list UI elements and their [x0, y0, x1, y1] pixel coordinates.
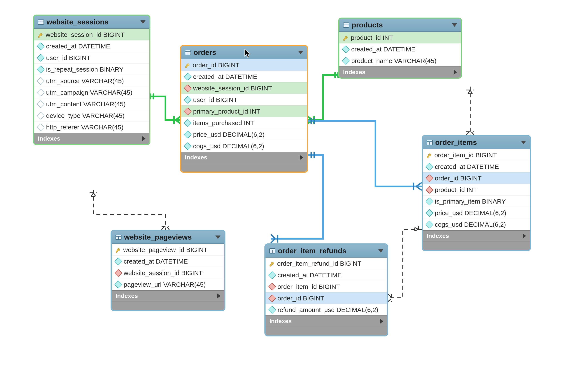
- indexes-section[interactable]: Indexes: [339, 67, 461, 78]
- entity-header[interactable]: order_item_refunds: [266, 244, 387, 257]
- column-row[interactable]: utm_source VARCHAR(45): [34, 75, 149, 87]
- primary-key-icon: [427, 153, 432, 158]
- collapse-icon[interactable]: [298, 51, 303, 54]
- column-label: website_pageview_id BIGINT: [123, 246, 208, 254]
- column-row[interactable]: created_at DATETIME: [181, 71, 307, 82]
- entity-header[interactable]: orders: [181, 46, 307, 59]
- column-row[interactable]: website_pageview_id BIGINT: [112, 244, 224, 256]
- collapse-icon[interactable]: [378, 249, 383, 253]
- entity-title: products: [352, 21, 449, 29]
- column-label: created_at DATETIME: [278, 271, 342, 279]
- column-icon: [37, 65, 45, 73]
- column-row[interactable]: product_id INT: [339, 32, 461, 43]
- entity-products[interactable]: products product_id INTcreated_at DATETI…: [338, 18, 462, 79]
- column-row[interactable]: items_purchased INT: [181, 117, 307, 129]
- entity-footer-pad: [266, 326, 387, 335]
- entity-website-pageviews[interactable]: website_pageviews website_pageview_id BI…: [111, 230, 226, 311]
- nullable-column-icon: [37, 112, 45, 120]
- column-row[interactable]: user_id BIGINT: [34, 52, 149, 63]
- column-icon: [37, 42, 45, 50]
- column-row[interactable]: is_primary_item BINARY: [423, 195, 530, 207]
- expand-icon[interactable]: [523, 233, 526, 239]
- indexes-section[interactable]: Indexes: [266, 315, 387, 326]
- entity-header[interactable]: products: [339, 19, 461, 32]
- expand-icon[interactable]: [380, 319, 383, 324]
- rel-sessions-pageviews: [94, 190, 165, 230]
- columns-list: order_item_refund_id BIGINTcreated_at DA…: [266, 257, 387, 315]
- columns-list: order_item_id BIGINTcreated_at DATETIMEo…: [423, 149, 530, 230]
- indexes-label: Indexes: [185, 154, 207, 161]
- entity-title: website_sessions: [46, 18, 138, 26]
- column-label: product_id INT: [351, 34, 393, 41]
- entity-header[interactable]: website_sessions: [34, 16, 149, 29]
- column-row[interactable]: price_usd DECIMAL(6,2): [423, 207, 530, 218]
- expand-icon[interactable]: [300, 155, 303, 160]
- entity-orders[interactable]: orders order_id BIGINTcreated_at DATETIM…: [180, 45, 308, 173]
- entity-website-sessions[interactable]: website_sessions website_session_id BIGI…: [33, 14, 150, 145]
- primary-key-icon: [185, 63, 190, 68]
- indexes-section[interactable]: Indexes: [181, 152, 307, 163]
- column-row[interactable]: order_item_id BIGINT: [266, 281, 387, 292]
- column-row[interactable]: user_id BIGINT: [181, 94, 307, 106]
- entity-header[interactable]: website_pageviews: [112, 231, 224, 244]
- indexes-section[interactable]: Indexes: [423, 230, 530, 241]
- column-row[interactable]: utm_campaign VARCHAR(45): [34, 87, 149, 98]
- column-label: user_id BIGINT: [193, 96, 237, 104]
- column-row[interactable]: is_repeat_session BINARY: [34, 63, 149, 75]
- entity-title: orders: [193, 48, 295, 56]
- column-row[interactable]: http_referer VARCHAR(45): [34, 121, 149, 133]
- expand-icon[interactable]: [217, 293, 220, 298]
- column-row[interactable]: price_usd DECIMAL(6,2): [181, 129, 307, 140]
- column-label: website_session_id BIGINT: [193, 85, 272, 92]
- primary-key-icon: [343, 35, 348, 40]
- rel-sessions-orders: [150, 96, 180, 120]
- collapse-icon[interactable]: [140, 20, 146, 24]
- column-row[interactable]: created_at DATETIME: [339, 43, 461, 55]
- entity-header[interactable]: order_items: [423, 136, 530, 149]
- column-row[interactable]: order_item_refund_id BIGINT: [266, 257, 387, 269]
- column-row[interactable]: pageview_url VARCHAR(45): [112, 279, 224, 290]
- column-label: order_item_refund_id BIGINT: [277, 260, 361, 267]
- expand-icon[interactable]: [454, 70, 457, 75]
- column-row[interactable]: order_id BIGINT: [181, 59, 307, 71]
- table-icon: [38, 19, 44, 25]
- entity-order-items[interactable]: order_items order_item_id BIGINTcreated_…: [422, 135, 531, 251]
- indexes-section[interactable]: Indexes: [34, 133, 149, 144]
- column-row[interactable]: primary_product_id INT: [181, 106, 307, 117]
- column-row[interactable]: order_item_id BIGINT: [423, 149, 530, 161]
- rel-orderitems-refunds: [388, 229, 422, 298]
- entity-order-item-refunds[interactable]: order_item_refunds order_item_refund_id …: [265, 243, 388, 337]
- column-row[interactable]: website_session_id BIGINT: [34, 29, 149, 40]
- column-row[interactable]: product_name VARCHAR(45): [339, 55, 461, 67]
- columns-list: product_id INTcreated_at DATETIMEproduct…: [339, 32, 461, 67]
- column-row[interactable]: website_session_id BIGINT: [181, 82, 307, 94]
- primary-key-icon: [116, 247, 121, 252]
- column-row[interactable]: device_type VARCHAR(45): [34, 110, 149, 121]
- column-label: website_session_id BIGINT: [124, 269, 203, 277]
- column-row[interactable]: created_at DATETIME: [112, 256, 224, 267]
- collapse-icon[interactable]: [215, 235, 220, 239]
- erd-canvas[interactable]: website_sessions website_session_id BIGI…: [0, 0, 588, 378]
- entity-footer-pad: [423, 241, 530, 250]
- column-row[interactable]: order_id BIGINT: [423, 172, 530, 184]
- column-row[interactable]: cogs_usd DECIMAL(6,2): [181, 140, 307, 152]
- expand-icon[interactable]: [142, 136, 146, 141]
- column-row[interactable]: refund_amount_usd DECIMAL(6,2): [266, 304, 387, 315]
- collapse-icon[interactable]: [452, 23, 457, 27]
- column-icon: [37, 54, 45, 62]
- nullable-column-icon: [37, 100, 45, 108]
- foreign-key-icon: [114, 269, 122, 277]
- entity-title: order_item_refunds: [278, 247, 376, 255]
- column-row[interactable]: cogs_usd DECIMAL(6,2): [423, 218, 530, 230]
- column-row[interactable]: created_at DATETIME: [266, 269, 387, 281]
- column-row[interactable]: created_at DATETIME: [34, 40, 149, 52]
- column-label: created_at DATETIME: [351, 46, 415, 53]
- column-row[interactable]: product_id INT: [423, 184, 530, 195]
- column-row[interactable]: order_id BIGINT: [266, 292, 387, 304]
- column-row[interactable]: created_at DATETIME: [423, 161, 530, 172]
- indexes-section[interactable]: Indexes: [112, 290, 224, 301]
- column-row[interactable]: utm_content VARCHAR(45): [34, 98, 149, 110]
- collapse-icon[interactable]: [521, 141, 526, 144]
- column-row[interactable]: website_session_id BIGINT: [112, 267, 224, 279]
- column-label: price_usd DECIMAL(6,2): [435, 209, 506, 217]
